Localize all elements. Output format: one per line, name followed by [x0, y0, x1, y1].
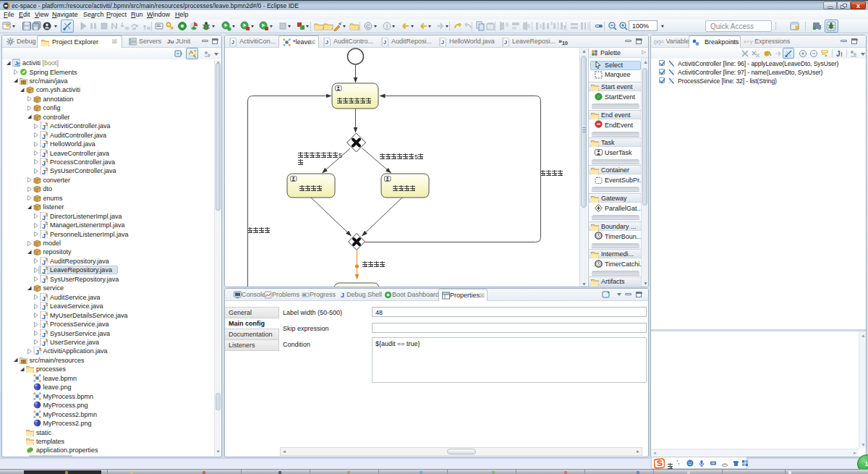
svg-text:J: J	[231, 39, 234, 46]
svg-text:J: J	[836, 50, 841, 58]
svg-text:J: J	[818, 24, 822, 31]
svg-text:!: !	[841, 51, 843, 58]
svg-text:J: J	[383, 39, 386, 46]
svg-text:I: I	[386, 23, 388, 30]
svg-text:J: J	[504, 39, 507, 46]
svg-text:J: J	[341, 292, 344, 299]
svg-text:J: J	[441, 39, 444, 46]
svg-text:C: C	[366, 23, 370, 30]
svg-text:J: J	[326, 39, 328, 46]
